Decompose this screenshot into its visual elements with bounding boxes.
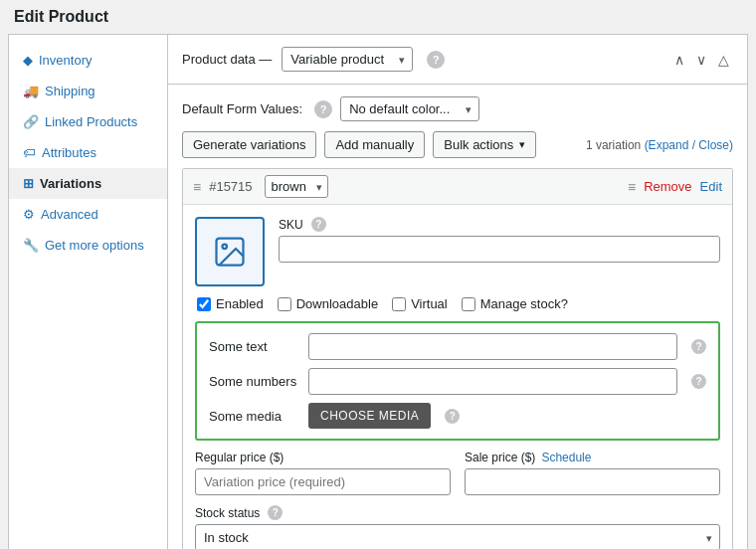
add-manually-button[interactable]: Add manually: [324, 131, 425, 158]
sidebar-item-linked-products[interactable]: 🔗 Linked Products: [9, 106, 167, 137]
custom-field-row-text: Some text ?: [209, 333, 706, 360]
diamond-icon: ◆: [23, 53, 33, 68]
regular-price-col: Regular price ($): [195, 451, 451, 495]
checkboxes-row: Enabled Downloadable Virtual: [195, 296, 720, 311]
sku-section: SKU ?: [279, 217, 720, 263]
manage-stock-label: Manage stock?: [480, 296, 568, 311]
page-title: Edit Product: [14, 8, 108, 25]
downloadable-checkbox-label[interactable]: Downloadable: [278, 296, 378, 311]
sale-price-input[interactable]: [465, 468, 720, 495]
variation-color-select[interactable]: brown: [265, 175, 328, 198]
choose-media-button[interactable]: CHOOSE MEDIA: [308, 403, 431, 429]
product-data-header: Product data — Variable product Simple p…: [168, 35, 747, 85]
sidebar-item-inventory[interactable]: ◆ Inventory: [9, 45, 167, 76]
main-content: Product data — Variable product Simple p…: [168, 35, 747, 549]
product-type-select[interactable]: Variable product Simple product Grouped …: [282, 47, 413, 72]
some-numbers-help-icon[interactable]: ?: [691, 374, 706, 389]
some-text-label: Some text: [209, 339, 298, 354]
sidebar-item-attributes[interactable]: 🏷 Attributes: [9, 137, 167, 168]
sku-input[interactable]: [279, 236, 720, 263]
variations-count: 1 variation (Expand / Close): [586, 138, 733, 152]
stock-section: Stock status ? In stock Out of stock On …: [195, 505, 720, 549]
regular-price-label: Regular price ($): [195, 451, 451, 464]
variations-count-text: 1 variation: [586, 138, 641, 152]
some-text-input[interactable]: [308, 333, 677, 360]
schedule-link[interactable]: Schedule: [541, 451, 591, 464]
page-wrapper: Edit Product ◆ Inventory 🚚 Shipping 🔗 Li…: [0, 0, 756, 549]
some-media-help-icon[interactable]: ?: [445, 409, 460, 424]
product-type-help-icon[interactable]: ?: [427, 51, 445, 69]
downloadable-checkbox[interactable]: [278, 297, 291, 311]
variations-content: Default Form Values: ? No default color.…: [168, 85, 747, 549]
stock-select-wrapper: In stock Out of stock On backorder: [195, 524, 720, 549]
variation-row: ≡ #15715 brown ≡ Remove Edit: [182, 168, 733, 549]
generate-variations-button[interactable]: Generate variations: [182, 131, 316, 158]
product-type-select-wrapper: Variable product Simple product Grouped …: [282, 47, 413, 72]
edit-variation-link[interactable]: Edit: [700, 179, 722, 194]
tag-icon: 🏷: [23, 145, 36, 160]
stock-status-help-icon[interactable]: ?: [268, 505, 283, 520]
default-color-select[interactable]: No default color... brown: [340, 96, 479, 121]
toggle-button[interactable]: △: [714, 50, 733, 70]
sidebar-item-label: Inventory: [39, 53, 92, 68]
stock-status-select[interactable]: In stock Out of stock On backorder: [195, 524, 720, 549]
variation-top: SKU ?: [195, 217, 720, 286]
variation-body: SKU ? Enabled: [183, 205, 732, 549]
default-form-label: Default Form Values:: [182, 101, 302, 116]
product-data-label: Product data —: [182, 52, 272, 67]
variation-header: ≡ #15715 brown ≡ Remove Edit: [183, 169, 732, 205]
grid-icon: ⊞: [23, 176, 34, 191]
some-text-help-icon[interactable]: ?: [691, 339, 706, 354]
sku-label: SKU ?: [279, 217, 720, 232]
variation-id: #15715: [209, 179, 252, 194]
sku-help-icon[interactable]: ?: [311, 217, 326, 232]
variation-color-wrapper: brown: [265, 175, 328, 198]
sidebar-item-label: Shipping: [45, 84, 95, 98]
collapse-up-button[interactable]: ∧: [670, 50, 688, 70]
downloadable-label: Downloadable: [296, 296, 378, 311]
page-title-bar: Edit Product: [0, 0, 756, 34]
bulk-actions-chevron-icon: ▾: [519, 138, 525, 151]
sidebar-item-shipping[interactable]: 🚚 Shipping: [9, 76, 167, 106]
regular-price-input[interactable]: [195, 468, 451, 495]
stock-status-label: Stock status ?: [195, 505, 720, 520]
default-form-help-icon[interactable]: ?: [314, 100, 332, 118]
sidebar-item-label: Linked Products: [45, 114, 137, 129]
sale-price-col: Sale price ($) Schedule: [465, 451, 720, 495]
drag-handle-icon[interactable]: ≡: [193, 179, 201, 195]
custom-field-row-numbers: Some numbers ?: [209, 368, 706, 395]
bulk-actions-button[interactable]: Bulk actions ▾: [433, 131, 536, 158]
sale-price-label: Sale price ($) Schedule: [465, 451, 720, 464]
price-section: Regular price ($) Sale price ($) Schedul…: [195, 451, 720, 495]
sidebar-item-label: Advanced: [41, 207, 98, 222]
some-numbers-label: Some numbers: [209, 374, 298, 389]
enabled-label: Enabled: [216, 296, 264, 311]
virtual-checkbox-label[interactable]: Virtual: [392, 296, 448, 311]
sidebar-item-variations[interactable]: ⊞ Variations: [9, 168, 167, 199]
custom-field-row-media: Some media CHOOSE MEDIA ?: [209, 403, 706, 429]
sidebar-item-advanced[interactable]: ⚙ Advanced: [9, 199, 167, 230]
variation-menu-icon: ≡: [628, 179, 636, 195]
link-icon: 🔗: [23, 114, 39, 129]
wrench-icon: 🔧: [23, 238, 39, 253]
sidebar-item-get-more-options[interactable]: 🔧 Get more options: [9, 230, 167, 261]
some-numbers-input[interactable]: [308, 368, 677, 395]
bulk-actions-label: Bulk actions: [444, 137, 513, 152]
enabled-checkbox-label[interactable]: Enabled: [197, 296, 264, 311]
manage-stock-checkbox-label[interactable]: Manage stock?: [462, 296, 568, 311]
expand-close-link[interactable]: (Expand / Close): [645, 138, 733, 152]
image-icon: [212, 234, 248, 270]
enabled-checkbox[interactable]: [197, 297, 211, 311]
header-actions: ∧ ∨ △: [670, 50, 733, 70]
virtual-label: Virtual: [411, 296, 448, 311]
remove-variation-link[interactable]: Remove: [644, 179, 691, 194]
variation-image-placeholder[interactable]: [195, 217, 265, 286]
sidebar-item-label: Get more options: [45, 238, 144, 253]
gear-icon: ⚙: [23, 207, 35, 222]
collapse-down-button[interactable]: ∨: [692, 50, 710, 70]
virtual-checkbox[interactable]: [392, 297, 406, 311]
truck-icon: 🚚: [23, 84, 39, 98]
custom-fields-section: Some text ? Some numbers ?: [195, 321, 720, 441]
manage-stock-checkbox[interactable]: [462, 297, 475, 311]
sidebar: ◆ Inventory 🚚 Shipping 🔗 Linked Products…: [9, 35, 168, 549]
